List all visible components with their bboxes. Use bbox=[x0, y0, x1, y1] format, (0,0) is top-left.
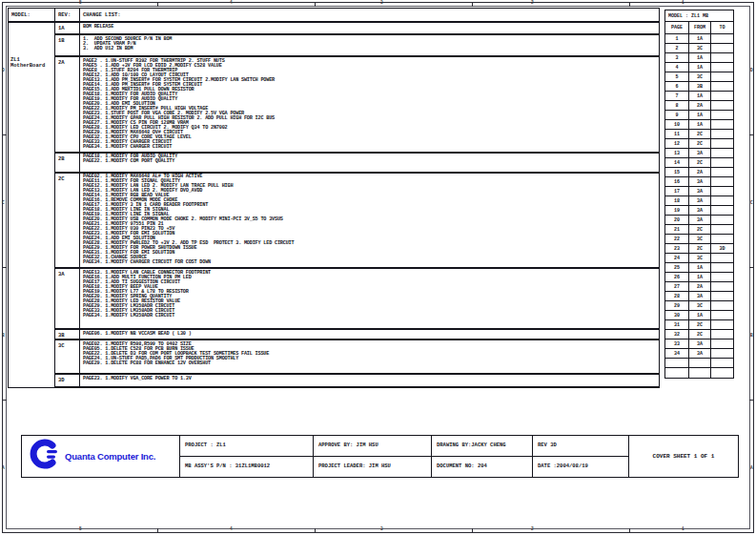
page-table-row: 91A bbox=[665, 111, 733, 120]
rev-field: REV 3D bbox=[533, 436, 628, 457]
page-number-cell: 28 bbox=[665, 292, 689, 300]
to-rev-cell bbox=[711, 368, 733, 378]
page-number-cell: 27 bbox=[665, 282, 689, 291]
zone-label: C bbox=[750, 201, 753, 205]
page-column-header: PAGE bbox=[665, 22, 689, 33]
zone-label: A bbox=[750, 466, 753, 470]
page-table-column-headers: PAGE FROM TO bbox=[665, 22, 733, 34]
zone-label: C bbox=[2, 201, 5, 205]
from-rev-cell: 1A bbox=[689, 53, 711, 62]
from-rev-cell: 3C bbox=[689, 254, 711, 262]
to-rev-cell bbox=[711, 130, 733, 138]
model-board-type: MotherBoard bbox=[10, 63, 54, 69]
page-number-cell: 24 bbox=[665, 254, 689, 262]
page-number-cell: 17 bbox=[665, 187, 689, 195]
page-table-row: 261A bbox=[665, 273, 733, 282]
revision-code: 3B bbox=[55, 330, 80, 339]
from-rev-cell: 2A bbox=[689, 101, 711, 110]
to-rev-cell bbox=[711, 177, 733, 186]
page-table-row: 112C bbox=[665, 130, 733, 139]
page-table-row: 183A bbox=[665, 196, 733, 206]
revision-code: 2B bbox=[55, 154, 80, 172]
zone-tick bbox=[2, 400, 7, 401]
project-leader-field: PROJECT LEADER: JIM HSU bbox=[314, 457, 431, 477]
to-rev-cell bbox=[711, 206, 733, 215]
change-line: PAGE34. 1.MODIFY LM358ADR CIRCUIT bbox=[83, 314, 659, 319]
from-rev-cell bbox=[689, 368, 711, 378]
zone-label: D bbox=[2, 69, 5, 72]
page-number-cell: 4 bbox=[665, 63, 689, 72]
zone-tick bbox=[749, 134, 754, 135]
revision-code: 2C bbox=[55, 174, 80, 268]
page-number-cell: 32 bbox=[665, 330, 689, 339]
change-lines: PAGE06. 1.MODIFY NB VCCASM BEAD ( L30 ) bbox=[80, 330, 659, 339]
to-rev-cell bbox=[711, 63, 733, 72]
revision-code: 1A bbox=[55, 23, 80, 33]
page-table-row: 101A bbox=[665, 120, 733, 130]
from-rev-cell: 3C bbox=[689, 44, 711, 52]
to-rev-cell bbox=[711, 311, 733, 319]
company-logo-cell: Quanta Computer Inc. bbox=[22, 436, 180, 477]
page-number-cell: 2 bbox=[665, 44, 689, 52]
to-rev-cell bbox=[711, 273, 733, 281]
from-rev-cell: 3A bbox=[689, 292, 711, 300]
to-rev-cell: 3D bbox=[711, 244, 733, 253]
zone-label: 4 bbox=[230, 1, 233, 5]
change-line: PAGE22. 1.MODIFY COM PORT QUALITY bbox=[83, 159, 659, 164]
page-number-cell: 22 bbox=[665, 235, 689, 243]
page-number-cell: 9 bbox=[665, 111, 689, 119]
page-table-row: 142C bbox=[665, 158, 733, 168]
page-number-cell: 5 bbox=[665, 72, 689, 81]
zone-tick bbox=[472, 2, 473, 7]
change-line: PAGE29. 1.DELETE PC88 FOR ENHANCE 12V OV… bbox=[83, 361, 659, 366]
page-number-cell: 33 bbox=[665, 340, 689, 348]
page-number-cell: 18 bbox=[665, 196, 689, 205]
revision-section: 1ABOM RELEASE bbox=[55, 23, 659, 35]
to-rev-cell bbox=[711, 320, 733, 329]
page-table-row: 163A bbox=[665, 177, 733, 187]
page-table-row: 63B bbox=[665, 82, 733, 92]
document-no-field: DOCUMENT NO: 204 bbox=[432, 457, 532, 477]
page-number-cell: 12 bbox=[665, 139, 689, 148]
from-rev-cell: 3C bbox=[689, 72, 711, 81]
zone-label: B bbox=[750, 334, 753, 338]
page-table-row bbox=[665, 359, 733, 368]
to-rev-cell bbox=[711, 187, 733, 195]
to-rev-cell bbox=[711, 168, 733, 176]
change-list-column-header: CHANGE LIST: bbox=[80, 9, 659, 21]
page-number-cell: 21 bbox=[665, 225, 689, 234]
page-table-row: 293C bbox=[665, 301, 733, 311]
page-table-row: 272A bbox=[665, 282, 733, 292]
page-table-row: 41A bbox=[665, 63, 733, 72]
zone-label: 5 bbox=[79, 1, 82, 5]
from-rev-cell: 2A bbox=[689, 282, 711, 291]
page-number-cell: 23 bbox=[665, 244, 689, 253]
change-lines: PAGE2 . 1.UN-STUFF R392 FOR THERMTRIP 2.… bbox=[80, 57, 659, 152]
from-rev-cell: 1A bbox=[689, 120, 711, 129]
page-number-cell: 26 bbox=[665, 273, 689, 281]
page-number-cell: 13 bbox=[665, 149, 689, 157]
zone-label: D bbox=[750, 69, 753, 72]
page-table-row: 53C bbox=[665, 72, 733, 82]
to-rev-cell bbox=[711, 92, 733, 100]
change-line: BOM RELEASE bbox=[83, 25, 659, 30]
page-table-row: 212C bbox=[665, 225, 733, 235]
to-rev-cell bbox=[711, 292, 733, 300]
page-number-cell: 7 bbox=[665, 92, 689, 100]
page-number-cell: 20 bbox=[665, 216, 689, 224]
from-rev-cell: 3B bbox=[689, 82, 711, 91]
company-name: Quanta Computer Inc. bbox=[65, 451, 155, 462]
rev-column-header: REV: bbox=[55, 9, 80, 21]
to-rev-cell bbox=[711, 158, 733, 167]
revision-code: 3A bbox=[55, 269, 80, 328]
to-rev-cell bbox=[711, 235, 733, 243]
schematic-cover-sheet: 5432154321DCBADCBA MODEL: REV: CHANGE LI… bbox=[0, 0, 756, 535]
page-table-row: 333A bbox=[665, 340, 733, 349]
from-rev-cell: 3A bbox=[689, 149, 711, 157]
to-rev-cell bbox=[711, 44, 733, 52]
from-rev-cell: 3A bbox=[689, 216, 711, 224]
page-number-cell: 10 bbox=[665, 120, 689, 129]
to-rev-cell bbox=[711, 216, 733, 224]
page-number-cell: 11 bbox=[665, 130, 689, 138]
change-line: PAGE06. 1.MODIFY NB VCCASM BEAD ( L30 ) bbox=[83, 332, 659, 337]
